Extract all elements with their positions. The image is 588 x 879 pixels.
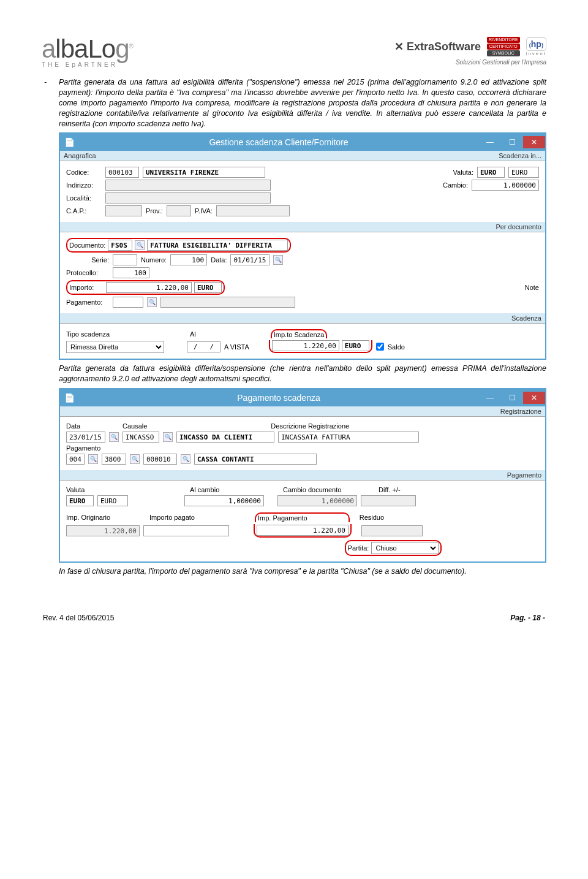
valuta2-label: Valuta <box>66 486 134 493</box>
cambdoc-input[interactable] <box>277 495 357 506</box>
numero-input[interactable] <box>170 254 207 265</box>
impsca-currency[interactable] <box>342 340 369 351</box>
imporig-label: Imp. Originario <box>66 514 146 521</box>
valuta-desc[interactable] <box>508 167 539 178</box>
saldo-label: Saldo <box>388 343 405 351</box>
codice-desc[interactable] <box>143 167 265 178</box>
documento-input[interactable] <box>108 240 132 251</box>
calendar-icon[interactable]: 🔍 <box>273 255 283 265</box>
imporig-input[interactable] <box>66 525 140 536</box>
descr-label: Descrizione Registrazione <box>271 422 349 430</box>
cambio-label: Cambio: <box>443 181 468 189</box>
numero-label: Numero: <box>141 256 167 264</box>
valuta2-v1[interactable] <box>66 495 94 506</box>
diff-input[interactable] <box>361 495 416 506</box>
importo-currency[interactable] <box>194 282 222 293</box>
paragraph-2: Partita generata da fattura esigibilità … <box>59 363 546 384</box>
imppagam-input[interactable] <box>257 525 349 536</box>
logo-right-block: ✕ ExtraSoftware RIVENDITORE CERTIFICATO … <box>394 37 546 65</box>
close-button[interactable]: ✕ <box>523 136 545 148</box>
partita-label: Partita: <box>348 544 369 552</box>
section-pagamento: Pagamento <box>60 470 545 481</box>
imppag-label: Importo pagato <box>149 514 235 521</box>
note-label: Note <box>525 284 539 291</box>
data-label: Data: <box>211 256 227 264</box>
serie-input[interactable] <box>113 254 137 265</box>
localita-input[interactable] <box>105 192 271 204</box>
tipo-label: Tipo scadenza <box>66 330 127 338</box>
window-title: Gestione scadenza Cliente/Fornitore <box>78 137 479 147</box>
pagamento-input[interactable] <box>113 297 143 308</box>
cambio-input[interactable] <box>472 180 539 191</box>
titlebar-2: 📄 Pagamento scadenza — ☐ ✕ <box>60 389 545 406</box>
causale-desc[interactable] <box>176 432 274 443</box>
indirizzo-label: Indirizzo: <box>66 181 102 189</box>
impsca-input[interactable] <box>272 340 339 351</box>
residuo-input[interactable] <box>361 525 423 536</box>
minimize-button[interactable]: — <box>479 136 501 148</box>
section-registrazione: Registrazione <box>60 406 545 417</box>
piva-input[interactable] <box>216 205 290 216</box>
window-pagamento-scadenza: 📄 Pagamento scadenza — ☐ ✕ Registrazione… <box>59 388 546 563</box>
saldo-checkbox[interactable] <box>376 343 384 351</box>
lookup-icon[interactable]: 🔍 <box>130 454 140 464</box>
causale-input[interactable] <box>123 432 159 443</box>
valuta-input[interactable] <box>477 167 505 178</box>
section-perdocumento: Per documento <box>60 222 545 232</box>
maximize-button[interactable]: ☐ <box>501 136 523 148</box>
calendar-icon[interactable]: 🔍 <box>109 432 119 442</box>
paragraph-3: In fase di chiusura partita, l'importo d… <box>59 566 546 577</box>
piva-label: P.IVA: <box>195 207 213 215</box>
pagamento-desc[interactable] <box>160 297 295 308</box>
pag-desc[interactable] <box>194 454 317 465</box>
lookup-icon[interactable]: 🔍 <box>181 454 190 464</box>
documento-label: Documento: <box>69 242 105 249</box>
cap-input[interactable] <box>105 205 142 216</box>
valuta-label: Valuta: <box>453 169 473 176</box>
lookup-icon[interactable]: 🔍 <box>88 454 98 464</box>
importo-input[interactable] <box>106 282 192 293</box>
window-title-2: Pagamento scadenza <box>78 393 479 403</box>
data-input[interactable] <box>230 254 270 265</box>
page-header: albaLog® THE EpARTNER ✕ ExtraSoftware RI… <box>42 34 546 68</box>
serie-label: Serie: <box>66 256 109 264</box>
badge-symbolic: SYMBOLIC <box>487 50 520 56</box>
localita-label: Località: <box>66 194 102 202</box>
codice-label: Codice: <box>66 169 102 176</box>
valuta2-v2[interactable] <box>97 495 128 506</box>
pag2-label: Pagamento <box>66 444 100 452</box>
prov-input[interactable] <box>167 205 191 216</box>
pag-v2[interactable] <box>102 454 126 465</box>
partita-select[interactable]: Chiuso <box>371 542 439 554</box>
minimize-button[interactable]: — <box>479 392 501 404</box>
soluzioni-tagline: Soluzioni Gestionali per l'Impresa <box>456 59 546 66</box>
hp-invent: invent <box>526 51 546 56</box>
pag-v3[interactable] <box>143 454 177 465</box>
importo-label: Importo: <box>69 284 104 291</box>
documento-desc[interactable] <box>147 240 288 251</box>
tipo-select[interactable]: Rimessa Diretta <box>66 341 164 353</box>
lookup-icon[interactable]: 🔍 <box>163 432 173 442</box>
data2-input[interactable] <box>66 432 105 443</box>
window-gestione-scadenza: 📄 Gestione scadenza Cliente/Fornitore — … <box>59 132 546 360</box>
prov-label: Prov.: <box>146 207 163 215</box>
maximize-button[interactable]: ☐ <box>501 392 523 404</box>
al-label: Al <box>190 330 196 338</box>
window-icon: 📄 <box>60 393 78 403</box>
indirizzo-input[interactable] <box>105 180 271 191</box>
window-icon: 📄 <box>60 137 78 147</box>
descr-input[interactable] <box>278 432 419 443</box>
lookup-icon[interactable]: 🔍 <box>135 240 145 250</box>
al-input[interactable] <box>187 341 221 352</box>
protocollo-input[interactable] <box>113 267 149 278</box>
close-button[interactable]: ✕ <box>523 392 545 404</box>
alcambio-input[interactable] <box>184 495 264 506</box>
codice-input[interactable] <box>105 167 139 178</box>
pag-v1[interactable] <box>66 454 85 465</box>
impsca-label: Imp.to Scadenza <box>274 331 325 338</box>
paragraph-1: - Partita generata da una fattura ad esi… <box>42 77 546 129</box>
imppag-input[interactable] <box>143 525 229 536</box>
badge-certificato: CERTIFICATO <box>487 44 520 50</box>
lookup-icon[interactable]: 🔍 <box>147 297 157 307</box>
pagamento-label: Pagamento: <box>66 299 109 306</box>
